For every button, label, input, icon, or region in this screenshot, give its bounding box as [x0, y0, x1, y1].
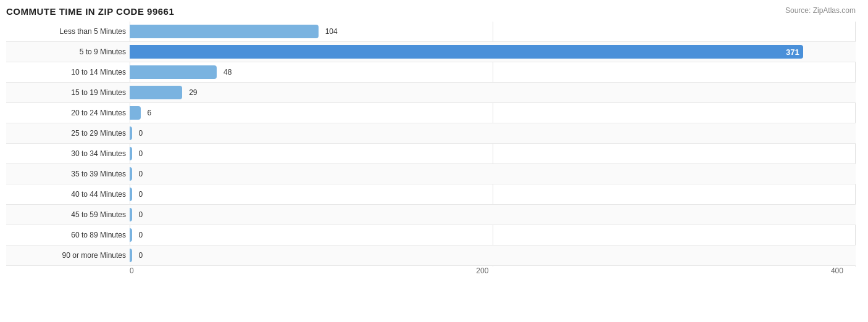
bar-track: 0 [130, 208, 856, 221]
bar-label: 5 to 9 Minutes [6, 47, 130, 56]
bar-row: Less than 5 Minutes104 [6, 22, 856, 42]
x-label-400: 400 [831, 266, 843, 275]
bar-track: 0 [130, 249, 856, 262]
bar-track: 0 [130, 167, 856, 181]
bar-value: 371 [786, 47, 799, 57]
bar-label: 20 to 24 Minutes [6, 109, 130, 117]
bar-value: 29 [189, 88, 197, 97]
bar-track: 0 [130, 188, 856, 201]
bar-label: 45 to 59 Minutes [6, 210, 130, 219]
bar-fill [130, 106, 141, 120]
bar-track: 0 [130, 126, 856, 140]
bar-track: 0 [130, 147, 856, 160]
bar-row: 30 to 34 Minutes0 [6, 144, 856, 164]
bar-label: 15 to 19 Minutes [6, 88, 130, 97]
bar-label: 10 to 14 Minutes [6, 68, 130, 76]
bar-fill [130, 147, 132, 160]
bar-fill [130, 249, 132, 262]
bar-label: 90 or more Minutes [6, 251, 130, 260]
bar-value: 0 [138, 149, 143, 158]
bar-value: 48 [223, 68, 232, 76]
bar-track: 29 [130, 86, 856, 99]
bar-value: 0 [138, 129, 143, 138]
bar-fill [130, 25, 319, 38]
x-label-200: 200 [476, 266, 488, 275]
bar-row: 35 to 39 Minutes0 [6, 164, 856, 184]
bar-value: 6 [148, 109, 152, 117]
bar-value: 0 [138, 210, 143, 219]
bar-fill [130, 86, 182, 99]
bar-track: 0 [130, 228, 856, 242]
bar-row: 25 to 29 Minutes0 [6, 123, 856, 144]
bar-row: 20 to 24 Minutes6 [6, 103, 856, 123]
bar-fill [130, 65, 217, 79]
bar-fill [130, 208, 132, 221]
source-text: Source: ZipAtlas.com [785, 6, 856, 15]
chart-container: COMMUTE TIME IN ZIP CODE 99661 Source: Z… [0, 0, 868, 322]
chart-title: COMMUTE TIME IN ZIP CODE 99661 [6, 6, 856, 17]
bar-value: 104 [325, 27, 338, 36]
bar-value: 0 [138, 170, 143, 178]
bar-row: 10 to 14 Minutes48 [6, 62, 856, 83]
bar-fill [130, 167, 132, 181]
bar-row: 40 to 44 Minutes0 [6, 184, 856, 205]
x-label-0: 0 [130, 266, 134, 275]
bar-label: 35 to 39 Minutes [6, 170, 130, 178]
bar-track: 104 [130, 25, 856, 38]
bar-fill [130, 228, 132, 242]
bar-fill: 371 [130, 45, 803, 59]
bar-row: 5 to 9 Minutes371 [6, 42, 856, 62]
bar-track: 6 [130, 106, 856, 120]
bar-track: 371 [130, 45, 856, 59]
bar-label: 40 to 44 Minutes [6, 190, 130, 199]
bar-label: Less than 5 Minutes [6, 27, 130, 36]
x-axis: 0 200 400 [130, 266, 856, 282]
bar-label: 60 to 89 Minutes [6, 231, 130, 239]
bar-row: 15 to 19 Minutes29 [6, 83, 856, 103]
bar-label: 30 to 34 Minutes [6, 149, 130, 158]
bar-label: 25 to 29 Minutes [6, 129, 130, 138]
bar-row: 45 to 59 Minutes0 [6, 205, 856, 225]
bar-track: 48 [130, 65, 856, 79]
chart-area: Less than 5 Minutes1045 to 9 Minutes3711… [6, 22, 856, 282]
bar-fill [130, 188, 132, 201]
bar-value: 0 [138, 251, 143, 260]
bar-value: 0 [138, 190, 143, 199]
bar-row: 60 to 89 Minutes0 [6, 225, 856, 246]
bar-fill [130, 126, 132, 140]
bar-value: 0 [138, 231, 143, 239]
bar-row: 90 or more Minutes0 [6, 246, 856, 266]
bars-area: Less than 5 Minutes1045 to 9 Minutes3711… [6, 22, 856, 266]
